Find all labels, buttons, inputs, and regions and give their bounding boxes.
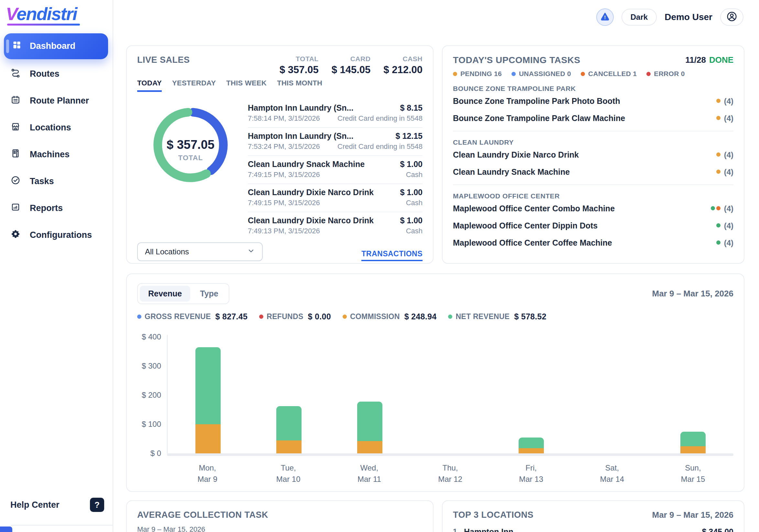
transaction-row[interactable]: Hampton Inn Laundry (Sn...$ 8.15 7:58:14… xyxy=(248,100,422,128)
task-status-dots xyxy=(715,169,721,175)
transaction-amount: $ 1.00 xyxy=(400,188,422,197)
transaction-row[interactable]: Clean Laundry Dixie Narco Drink$ 1.00 7:… xyxy=(248,212,422,240)
task-name: Maplewood Office Center Dippin Dots xyxy=(453,221,598,230)
sidebar-item-label: Dashboard xyxy=(30,41,75,51)
help-center[interactable]: Help Center ? xyxy=(10,498,104,512)
alerts-button[interactable] xyxy=(596,8,614,26)
legend-label: GROSS REVENUE xyxy=(144,312,211,321)
transaction-time: 7:49:15 PM, 3/15/2026 xyxy=(248,199,320,207)
legend-refunds: REFUNDS$ 0.00 xyxy=(259,312,331,321)
transaction-method: Cash xyxy=(406,199,422,207)
legend-value: $ 827.45 xyxy=(216,312,248,321)
task-group: MAPLEWOOD OFFICE CENTER Maplewood Office… xyxy=(453,192,734,251)
account-menu-button[interactable] xyxy=(720,8,743,26)
transaction-name: Hampton Inn Laundry (Sn... xyxy=(248,131,353,141)
tab-yesterday[interactable]: YESTERDAY xyxy=(172,79,216,92)
legend-dot xyxy=(137,314,141,319)
tab-today[interactable]: TODAY xyxy=(137,79,162,92)
task-group-name: CLEAN LAUNDRY xyxy=(453,139,734,146)
tab-this-week[interactable]: THIS WEEK xyxy=(226,79,266,92)
legend-dot xyxy=(259,314,263,319)
vending-machine-icon xyxy=(11,149,20,160)
stat-cash: CASH $ 212.00 xyxy=(383,55,422,76)
task-name: Bounce Zone Trampoline Park Claw Machine xyxy=(453,114,625,123)
toggle-type[interactable]: Type xyxy=(191,286,227,302)
y-axis-labels: $ 0$ 100$ 200$ 300$ 400 xyxy=(137,335,167,456)
transaction-time: 7:49:13 PM, 3/15/2026 xyxy=(248,227,320,235)
bar-column[interactable] xyxy=(249,406,329,453)
sidebar-item-locations[interactable]: Locations xyxy=(0,114,113,141)
chart-mode-toggle: Revenue Type xyxy=(137,283,229,304)
active-indicator xyxy=(6,39,9,53)
sidebar-item-routes[interactable]: Routes xyxy=(0,61,113,87)
x-axis-label: Wed, Mar 11 xyxy=(329,463,410,485)
task-row[interactable]: Maplewood Office Center Combo Machine (4… xyxy=(453,200,734,217)
task-row[interactable]: Bounce Zone Trampoline Park Claw Machine… xyxy=(453,110,734,127)
legend-gross-revenue: GROSS REVENUE$ 827.45 xyxy=(137,312,248,321)
task-status-dots xyxy=(715,115,721,121)
top-location-row[interactable]: 1 Hampton Inn $ 345.00 xyxy=(453,527,734,532)
storefront-icon xyxy=(11,122,20,133)
sidebar: Vendistri Dashboard Routes Route P xyxy=(0,0,113,532)
transaction-row[interactable]: Clean Laundry Snack Machine$ 1.00 7:49:1… xyxy=(248,156,422,184)
sidebar-item-configurations[interactable]: Configurations xyxy=(0,222,113,249)
transaction-method: Cash xyxy=(406,171,422,179)
sidebar-item-label: Reports xyxy=(30,203,63,213)
revenue-chart-card: Revenue Type Mar 9 – Mar 15, 2026 GROSS … xyxy=(126,273,744,492)
tab-this-month[interactable]: THIS MONTH xyxy=(277,79,322,92)
transaction-row[interactable]: Hampton Inn Laundry (Sn...$ 12.15 7:53:2… xyxy=(248,128,422,156)
top-locations-card: TOP 3 LOCATIONS Mar 9 – Mar 15, 2026 1 H… xyxy=(442,500,744,532)
task-name: Clean Laundry Dixie Narco Drink xyxy=(453,150,579,160)
task-row[interactable]: Maplewood Office Center Dippin Dots (4) xyxy=(453,217,734,234)
task-count: (4) xyxy=(724,97,734,106)
legend-value: $ 248.94 xyxy=(404,312,437,321)
task-row[interactable]: Clean Laundry Dixie Narco Drink (4) xyxy=(453,146,734,163)
x-axis-label: Sun, Mar 15 xyxy=(653,463,734,485)
bar-column[interactable] xyxy=(329,402,410,453)
location-filter-select[interactable]: All Locations xyxy=(137,242,263,261)
transaction-method: Credit Card ending in 5548 xyxy=(338,114,422,123)
sidebar-item-machines[interactable]: Machines xyxy=(0,141,113,168)
task-row[interactable]: Maplewood Office Center Coffee Machine (… xyxy=(453,234,734,251)
transaction-row[interactable]: Clean Laundry Dixie Narco Drink$ 1.00 7:… xyxy=(248,184,422,212)
sidebar-item-label: Tasks xyxy=(30,176,54,186)
task-name: Bounce Zone Trampoline Park Photo Booth xyxy=(453,97,620,106)
live-sales-tabs: TODAY YESTERDAY THIS WEEK THIS MONTH xyxy=(137,79,422,92)
legend-net-revenue: NET REVENUE$ 578.52 xyxy=(448,312,546,321)
sidebar-item-reports[interactable]: Reports xyxy=(0,195,113,222)
legend-value: $ 578.52 xyxy=(514,312,546,321)
live-sales-card: LIVE SALES TOTAL $ 357.05 CARD $ 145.05 … xyxy=(126,45,433,264)
theme-toggle-button[interactable]: Dark xyxy=(621,9,657,25)
bottom-row: AVERAGE COLLECTION TASK Mar 9 – Mar 15, … xyxy=(126,500,744,532)
transaction-name: Clean Laundry Dixie Narco Drink xyxy=(248,188,374,197)
bar-column[interactable] xyxy=(653,432,734,454)
task-name: Maplewood Office Center Combo Machine xyxy=(453,204,615,213)
bar-column[interactable] xyxy=(168,347,249,454)
task-group: BOUNCE ZONE TRAMPOLINE PARK Bounce Zone … xyxy=(453,85,734,131)
x-axis-label: Mon, Mar 9 xyxy=(167,463,248,485)
bar-column[interactable] xyxy=(491,437,572,453)
sidebar-item-tasks[interactable]: Tasks xyxy=(0,168,113,195)
question-mark-icon[interactable]: ? xyxy=(90,498,104,512)
toggle-revenue[interactable]: Revenue xyxy=(140,286,190,302)
stat-value: $ 145.05 xyxy=(332,64,371,76)
sidebar-item-route-planner[interactable]: Route Planner xyxy=(0,87,113,114)
task-row[interactable]: Bounce Zone Trampoline Park Photo Booth … xyxy=(453,93,734,110)
stat-value: $ 212.00 xyxy=(383,64,422,76)
revenue-legend: GROSS REVENUE$ 827.45 REFUNDS$ 0.00 COMM… xyxy=(137,312,734,321)
legend-label: ERROR 0 xyxy=(654,70,685,78)
legend-label: NET REVENUE xyxy=(456,312,509,321)
x-axis-labels: Mon, Mar 9Tue, Mar 10Wed, Mar 11Thu, Mar… xyxy=(167,463,734,485)
stat-value: $ 357.05 xyxy=(280,64,319,76)
tasks-status-legend: PENDING 16 UNASSIGNED 0 CANCELLED 1 ERRO… xyxy=(453,70,734,78)
sidebar-item-dashboard[interactable]: Dashboard xyxy=(4,33,108,59)
gear-icon xyxy=(11,229,20,241)
transactions-link[interactable]: TRANSACTIONS xyxy=(361,250,422,261)
top-header: Dark Demo User xyxy=(113,0,759,34)
task-row[interactable]: Clean Laundry Snack Machine (4) xyxy=(453,163,734,181)
tasks-title: TODAY'S UPCOMING TASKS xyxy=(453,55,580,65)
sidebar-nav: Dashboard Routes Route Planner Locations xyxy=(0,33,113,249)
help-center-label: Help Center xyxy=(10,500,60,510)
tasks-progress: 11/28DONE xyxy=(685,55,734,65)
transaction-time: 7:53:24 PM, 3/15/2026 xyxy=(248,143,320,151)
